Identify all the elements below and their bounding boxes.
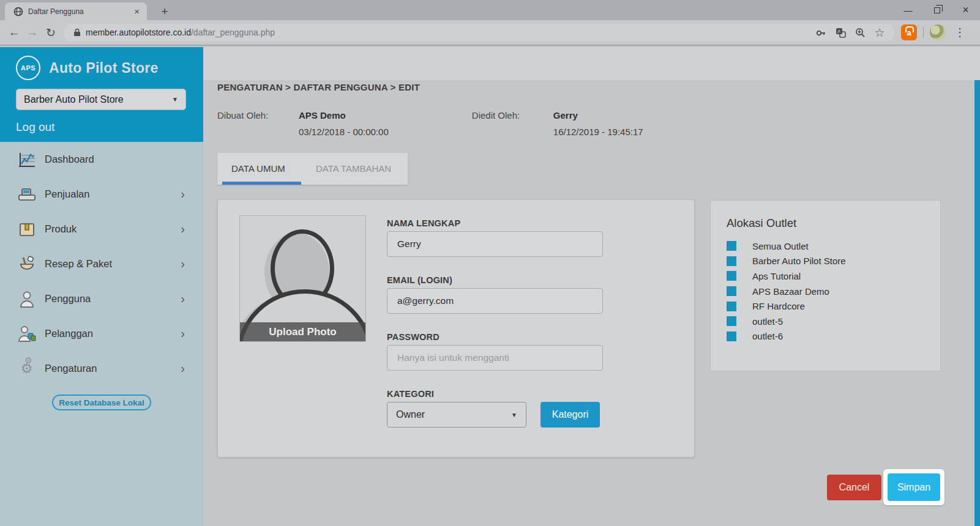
sidebar-item-label: Resep & Paket (45, 258, 112, 270)
outlet-label: outlet-6 (752, 331, 783, 341)
checkbox-checked-icon[interactable] (727, 241, 736, 251)
created-by-label: Dibuat Oleh: (217, 110, 299, 137)
sidebar-item-label: Pelanggan (45, 328, 93, 339)
outlet-row-barber[interactable]: Barber Auto Pilot Store (727, 254, 846, 269)
kategori-select[interactable]: Owner ▼ (387, 402, 526, 428)
created-by-datetime: 03/12/2018 - 00:00:00 (299, 127, 389, 137)
url-bar[interactable]: member.autopilotstore.co.id/daftar_pengg… (64, 24, 895, 42)
tab-data-umum[interactable]: DATA UMUM (231, 163, 285, 174)
sidebar-item-resep-paket[interactable]: Resep & Paket › (0, 246, 203, 281)
sidebar-item-produk[interactable]: Produk › (0, 212, 203, 246)
sidebar-item-pengaturan[interactable]: ⚙⚙ Pengaturan › (0, 351, 203, 386)
cash-register-icon (17, 185, 37, 204)
reset-database-button[interactable]: Reset Database Lokal (52, 394, 151, 410)
outlet-selector-dropdown[interactable]: Barber Auto Pilot Store ▼ (16, 89, 186, 110)
profile-avatar[interactable] (930, 24, 946, 40)
url-text: member.autopilotstore.co.id/daftar_pengg… (86, 28, 275, 37)
save-button[interactable]: Simpan (888, 473, 940, 501)
chart-icon (17, 150, 37, 169)
tab-close-icon[interactable]: × (132, 6, 142, 17)
back-icon[interactable]: ← (5, 26, 23, 39)
checkbox-checked-icon[interactable] (727, 302, 736, 311)
browser-menu-icon[interactable]: ⋮ (952, 26, 974, 39)
browser-window: Daftar Pengguna × + — × ← → ↻ member.aut… (0, 0, 980, 526)
restore-button[interactable] (922, 0, 951, 20)
outlet-row-semua[interactable]: Semua Outlet (727, 239, 846, 254)
chevron-right-icon: › (181, 327, 185, 341)
outlet-label: Semua Outlet (752, 241, 809, 251)
window-controls: — × (894, 0, 980, 20)
chevron-down-icon: ▼ (511, 412, 517, 418)
outlet-label: Barber Auto Pilot Store (752, 256, 846, 266)
email-field[interactable] (387, 288, 603, 314)
logout-link[interactable]: Log out (16, 120, 54, 134)
outlet-row-aps-tutorial[interactable]: Aps Tutorial (727, 269, 846, 284)
edited-by-block: Gerry 16/12/2019 - 19:45:17 (553, 110, 643, 137)
close-button[interactable]: × (951, 0, 980, 20)
password-field[interactable] (387, 345, 603, 371)
created-by-block: APS Demo 03/12/2018 - 00:00:00 (299, 110, 389, 137)
url-path: /daftar_pengguna.php (191, 28, 275, 37)
photo-upload-box[interactable]: Upload Photo (239, 215, 366, 342)
outlet-row-outlet-5[interactable]: outlet-5 (727, 314, 846, 329)
sidebar-item-label: Penjualan (45, 188, 89, 200)
forward-icon[interactable]: → (23, 26, 42, 39)
browser-tab[interactable]: Daftar Pengguna × (5, 2, 147, 20)
kategori-button[interactable]: Kategori (540, 402, 600, 428)
upload-photo-button[interactable]: Upload Photo (240, 322, 365, 341)
sidebar-item-label: Produk (45, 223, 77, 235)
shopping-bag-extension-icon[interactable] (901, 24, 917, 40)
sidebar: APS Auto Pilot Store Barber Auto Pilot S… (0, 47, 203, 526)
checkbox-checked-icon[interactable] (727, 271, 736, 281)
customer-icon (17, 325, 37, 343)
toolbar-separator (923, 27, 924, 38)
alokasi-outlet-panel: Alokasi Outlet Semua Outlet Barber Auto … (710, 200, 941, 371)
form-actions: Cancel Simpan (827, 469, 944, 505)
chevron-right-icon: › (181, 361, 185, 376)
gears-icon: ⚙⚙ (17, 360, 37, 378)
created-by-name: APS Demo (299, 110, 389, 120)
edited-by-label: Diedit Oleh: (472, 110, 553, 137)
sidebar-item-dashboard[interactable]: Dashboard (0, 142, 203, 177)
outlet-row-aps-bazaar[interactable]: APS Bazaar Demo (727, 284, 846, 299)
outlet-label: Aps Tutorial (752, 271, 801, 281)
reload-icon[interactable]: ↻ (42, 26, 60, 40)
sidebar-menu: Dashboard Penjualan › Produk › (0, 142, 203, 410)
nama-lengkap-field[interactable] (387, 231, 603, 257)
checkbox-checked-icon[interactable] (727, 286, 736, 296)
new-tab-button[interactable]: + (157, 4, 173, 20)
bookmark-star-icon[interactable]: ☆ (874, 27, 885, 38)
translate-icon[interactable]: A (835, 27, 846, 38)
zoom-icon[interactable] (855, 27, 866, 38)
outlet-row-outlet-6[interactable]: outlet-6 (727, 329, 846, 344)
aps-logo-icon: APS (16, 56, 40, 80)
vertical-scrollbar[interactable] (974, 80, 980, 526)
sidebar-item-pengguna[interactable]: Pengguna › (0, 281, 203, 316)
tab-data-tambahan[interactable]: DATA TAMBAHAN (316, 163, 391, 174)
password-label: PASSWORD (387, 332, 440, 342)
active-tab-underline (222, 182, 301, 185)
browser-toolbar: ← → ↻ member.autopilotstore.co.id/daftar… (0, 20, 980, 46)
lock-icon (73, 28, 81, 37)
globe-favicon-icon (13, 7, 23, 17)
key-icon[interactable] (815, 27, 826, 38)
chevron-down-icon: ▼ (172, 96, 178, 103)
sidebar-item-penjualan[interactable]: Penjualan › (0, 177, 203, 212)
outlet-row-rf-hardcore[interactable]: RF Hardcore (727, 298, 846, 314)
checkbox-checked-icon[interactable] (727, 332, 736, 341)
cancel-button[interactable]: Cancel (827, 475, 881, 500)
minimize-button[interactable]: — (894, 0, 922, 20)
package-icon (17, 220, 37, 239)
sidebar-item-pelanggan[interactable]: Pelanggan › (0, 316, 203, 351)
checkbox-checked-icon[interactable] (727, 256, 736, 266)
mortar-icon (17, 255, 37, 273)
extension-area: ⋮ (901, 24, 980, 40)
brand-name: Auto Pilot Store (49, 60, 159, 76)
record-meta: Dibuat Oleh: APS Demo 03/12/2018 - 00:00… (217, 110, 643, 137)
url-host: member.autopilotstore.co.id (86, 28, 191, 37)
checkbox-checked-icon[interactable] (727, 316, 736, 326)
upload-photo-label: Upload Photo (269, 326, 336, 338)
outlet-label: APS Bazaar Demo (752, 286, 829, 297)
chevron-right-icon: › (181, 257, 185, 271)
nama-lengkap-label: NAMA LENGKAP (387, 218, 460, 228)
